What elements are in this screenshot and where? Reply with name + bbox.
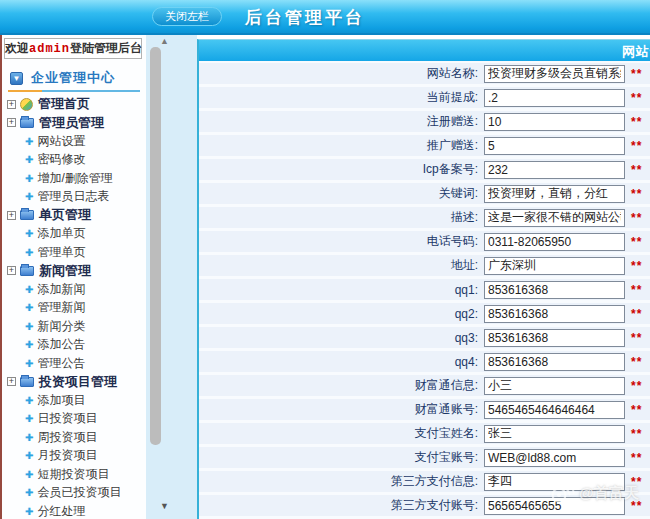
form-row: 第三方支付信息:** (199, 471, 650, 492)
field-label: 推广赠送: (199, 137, 484, 154)
required-marker: ** (631, 115, 642, 129)
sidebar-item-label: 周投资项目 (37, 429, 97, 446)
expand-icon[interactable]: + (7, 211, 16, 220)
folder-icon (20, 377, 34, 387)
add-icon: ✚ (25, 469, 33, 480)
field-input-3[interactable] (484, 113, 625, 131)
sidebar: 欢迎admin登陆管理后台 ▼ 企业管理中心 +管理首页+管理员管理✚网站设置✚… (2, 35, 146, 519)
sidebar-item-label: 管理公告 (37, 355, 85, 372)
welcome-username: admin (29, 42, 70, 56)
sidebar-item-label: 新闻分类 (37, 318, 85, 335)
sidebar-item-管理新闻[interactable]: ✚管理新闻 (2, 299, 146, 318)
expand-icon[interactable]: + (7, 266, 16, 275)
add-icon: ✚ (25, 191, 33, 202)
sidebar-item-新闻分类[interactable]: ✚新闻分类 (2, 317, 146, 336)
required-marker: ** (631, 499, 642, 513)
sidebar-item-新闻管理[interactable]: +新闻管理 (2, 262, 146, 281)
expand-icon[interactable]: + (7, 118, 16, 127)
field-input-19[interactable] (484, 497, 625, 515)
field-input-18[interactable] (484, 473, 625, 491)
add-icon: ✚ (25, 358, 33, 369)
field-input-2[interactable] (484, 89, 625, 107)
sidebar-item-添加新闻[interactable]: ✚添加新闻 (2, 280, 146, 299)
sidebar-item-管理首页[interactable]: +管理首页 (2, 95, 146, 114)
sidebar-item-label: 密码修改 (37, 151, 85, 168)
panel-title: 网站设置 (622, 43, 650, 61)
field-input-14[interactable] (484, 377, 625, 395)
field-input-12[interactable] (484, 329, 625, 347)
form-row: qq2:** (199, 303, 650, 324)
field-input-1[interactable] (484, 65, 625, 83)
add-icon: ✚ (25, 339, 33, 350)
sidebar-item-label: 增加/删除管理 (37, 170, 112, 187)
scroll-up-icon[interactable]: ▲ (160, 36, 169, 46)
welcome-prefix: 欢迎 (5, 41, 29, 55)
field-label: 当前提成: (199, 89, 484, 106)
form-row: 地址:** (199, 255, 650, 276)
sidebar-item-月投资项目[interactable]: ✚月投资项目 (2, 447, 146, 466)
sidebar-item-分红处理[interactable]: ✚分红处理 (2, 502, 146, 519)
sidebar-item-网站设置[interactable]: ✚网站设置 (2, 132, 146, 151)
sidebar-item-周投资项目[interactable]: ✚周投资项目 (2, 428, 146, 447)
expand-icon[interactable]: + (7, 100, 16, 109)
sidebar-item-label: 添加项目 (37, 392, 85, 409)
sidebar-item-label: 新闻管理 (39, 262, 91, 280)
required-marker: ** (631, 259, 642, 273)
sidebar-item-单页管理[interactable]: +单页管理 (2, 206, 146, 225)
sidebar-scrollbar: ▲ ▼ (146, 35, 197, 519)
sidebar-item-添加项目[interactable]: ✚添加项目 (2, 391, 146, 410)
sidebar-item-会员已投资项目[interactable]: ✚会员已投资项目 (2, 484, 146, 503)
sidebar-item-管理员管理[interactable]: +管理员管理 (2, 114, 146, 133)
add-icon: ✚ (25, 228, 33, 239)
field-input-13[interactable] (484, 353, 625, 371)
field-input-16[interactable] (484, 425, 625, 443)
sidebar-item-label: 投资项目管理 (39, 373, 117, 391)
sidebar-item-密码修改[interactable]: ✚密码修改 (2, 151, 146, 170)
add-icon: ✚ (25, 413, 33, 424)
sidebar-item-添加公告[interactable]: ✚添加公告 (2, 336, 146, 355)
field-input-15[interactable] (484, 401, 625, 419)
field-input-17[interactable] (484, 449, 625, 467)
form-row: 电话号码:** (199, 231, 650, 252)
sidebar-item-日投资项目[interactable]: ✚日投资项目 (2, 410, 146, 429)
scrollbar-thumb[interactable] (150, 47, 161, 445)
add-icon: ✚ (25, 487, 33, 498)
field-input-10[interactable] (484, 281, 625, 299)
sidebar-item-label: 短期投资项目 (37, 466, 109, 483)
field-input-9[interactable] (484, 257, 625, 275)
sidebar-section-title: 企业管理中心 (31, 69, 115, 87)
collapse-section-icon[interactable]: ▼ (10, 72, 23, 85)
field-input-8[interactable] (484, 233, 625, 251)
sidebar-item-增加/删除管理[interactable]: ✚增加/删除管理 (2, 169, 146, 188)
field-input-7[interactable] (484, 209, 625, 227)
sidebar-item-管理单页[interactable]: ✚管理单页 (2, 243, 146, 262)
sidebar-item-添加单页[interactable]: ✚添加单页 (2, 225, 146, 244)
sidebar-section-header[interactable]: ▼ 企业管理中心 (10, 68, 115, 88)
form-rows: 网站名称:**当前提成:**注册赠送:**推广赠送:**Icp备案号:**关键词… (199, 61, 650, 516)
sidebar-item-label: 管理首页 (38, 95, 90, 113)
required-marker: ** (631, 91, 642, 105)
required-marker: ** (631, 355, 642, 369)
scroll-down-icon[interactable]: ▼ (160, 501, 169, 511)
field-input-4[interactable] (484, 137, 625, 155)
field-label: 财富通账号: (199, 401, 484, 418)
expand-icon[interactable]: + (7, 377, 16, 386)
required-marker: ** (631, 235, 642, 249)
field-input-5[interactable] (484, 161, 625, 179)
panel-header-bar: 网站设置 (199, 40, 650, 61)
sidebar-item-管理员日志表[interactable]: ✚管理员日志表 (2, 188, 146, 207)
close-left-panel-button[interactable]: 关闭左栏 (152, 7, 222, 26)
sidebar-item-label: 添加新闻 (37, 281, 85, 298)
add-icon: ✚ (25, 136, 33, 147)
required-marker: ** (631, 163, 642, 177)
form-row: 财富通账号:** (199, 399, 650, 420)
sidebar-item-短期投资项目[interactable]: ✚短期投资项目 (2, 465, 146, 484)
sidebar-item-管理公告[interactable]: ✚管理公告 (2, 354, 146, 373)
field-input-6[interactable] (484, 185, 625, 203)
sidebar-item-投资项目管理[interactable]: +投资项目管理 (2, 373, 146, 392)
field-label: qq2: (199, 307, 484, 321)
form-row: 支付宝账号:** (199, 447, 650, 468)
field-input-11[interactable] (484, 305, 625, 323)
add-icon: ✚ (25, 247, 33, 258)
required-marker: ** (631, 427, 642, 441)
